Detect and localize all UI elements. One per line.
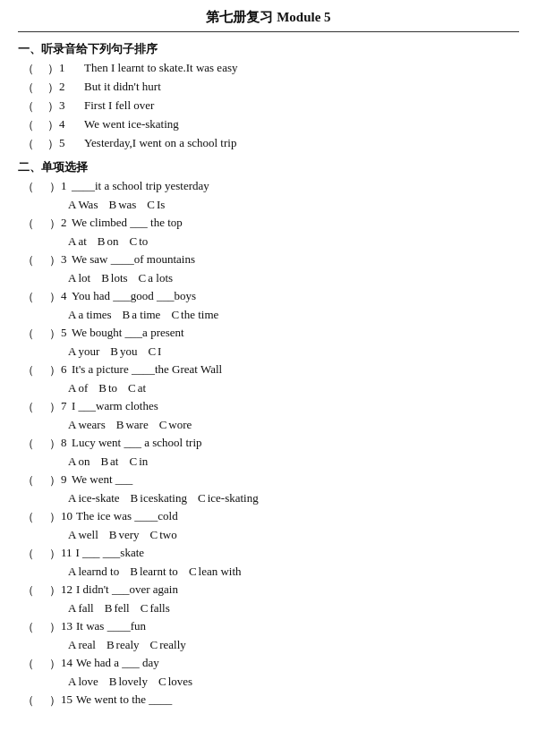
answer-blank [34, 436, 48, 450]
options-row: A wearsB wareC wore [68, 418, 519, 432]
option-value: Was [78, 198, 98, 212]
option-letter: B [131, 491, 139, 505]
option-letter: B [130, 565, 138, 579]
option-item: B was [108, 198, 136, 212]
q-text: It was ____fun [76, 619, 519, 633]
option-letter: C [150, 638, 158, 652]
q-number: 10 [61, 509, 72, 523]
option-value: at [78, 234, 86, 249]
option-letter: C [129, 454, 137, 469]
listening-question-row: （ ） 3 First I fell over [18, 98, 519, 115]
paren: （ [21, 117, 34, 133]
option-value: I [158, 344, 161, 359]
paren-open: （ [21, 619, 34, 635]
paren: （ [21, 98, 34, 115]
listening-question-row: （ ） 1 Then I learnt to skate.It was easy [18, 61, 519, 77]
option-item: C two [150, 528, 177, 542]
option-letter: A [68, 638, 76, 652]
option-letter: B [109, 528, 117, 542]
q-text: The ice was ____cold [76, 509, 519, 523]
option-item: A your [68, 344, 99, 359]
option-value: wears [78, 418, 105, 432]
option-item: B on [98, 234, 119, 249]
multiple-choice-row: （ ） 14 We had a ___ day [18, 656, 519, 672]
paren-close: ） [47, 61, 59, 77]
paren-close: ） [48, 436, 61, 452]
option-item: A ice-skate [68, 491, 120, 505]
option-item: B realy [107, 638, 140, 652]
option-letter: B [105, 601, 113, 616]
option-item: B a time [123, 308, 161, 322]
option-letter: A [68, 418, 76, 432]
option-item: B lots [101, 271, 127, 285]
blank [34, 98, 47, 113]
paren-close: ） [48, 179, 61, 195]
paren: （ [21, 61, 34, 77]
paren-open: （ [21, 216, 34, 232]
multiple-choice-row: （ ） 3 We saw ____of mountains [18, 252, 519, 268]
q-text: Yesterday,I went on a school trip [84, 136, 519, 150]
q-text: We went to the ____ [76, 692, 519, 707]
paren-close: ） [47, 98, 59, 115]
option-item: B very [109, 528, 140, 542]
q-text: We had a ___ day [76, 656, 519, 670]
options-row: A realB realyC really [68, 638, 519, 652]
multiple-choice-row: （ ） 10 The ice was ____cold [18, 509, 519, 525]
option-letter: C [158, 675, 166, 689]
option-letter: C [189, 565, 197, 579]
q-text: Then I learnt to skate.It was easy [84, 61, 519, 75]
options-row: A onB atC in [68, 454, 519, 469]
option-item: B at [100, 454, 118, 469]
blank [34, 61, 47, 75]
option-letter: B [101, 271, 109, 285]
multiple-choice-row: （ ） 12 I didn't ___over again [18, 582, 519, 599]
section1-list: （ ） 1 Then I learnt to skate.It was easy… [18, 61, 519, 152]
option-value: learnd to [78, 565, 119, 579]
q-number: 1 [59, 61, 84, 75]
paren-open: （ [21, 362, 34, 378]
paren-close: ） [48, 692, 61, 709]
option-item: C wore [159, 418, 192, 432]
option-item: A fall [68, 601, 94, 616]
option-letter: A [68, 528, 76, 542]
option-value: well [78, 528, 98, 542]
option-value: a time [132, 308, 160, 322]
q-number: 3 [61, 252, 68, 267]
option-item: A lot [68, 271, 90, 285]
option-item: A love [68, 675, 98, 689]
answer-blank [34, 472, 48, 487]
q-number: 6 [61, 362, 68, 377]
paren-close: ） [48, 619, 61, 635]
q-number: 2 [61, 216, 68, 230]
option-letter: B [110, 344, 118, 359]
option-item: A of [68, 381, 88, 395]
answer-blank [34, 179, 48, 193]
option-letter: B [123, 308, 131, 322]
option-item: A on [68, 454, 90, 469]
options-row: A ofB toC at [68, 381, 519, 395]
option-value: falls [149, 601, 169, 616]
q-number: 13 [61, 619, 72, 633]
option-letter: C [198, 491, 206, 505]
answer-blank [34, 546, 48, 560]
paren-open: （ [21, 656, 34, 672]
option-item: C Is [147, 198, 165, 212]
options-row: A yourB youC I [68, 344, 519, 359]
option-value: a times [78, 308, 111, 322]
paren-open: （ [21, 326, 34, 342]
blank [34, 117, 47, 132]
option-value: lovely [118, 675, 148, 689]
option-value: the time [181, 308, 218, 322]
options-row: A atB onC to [68, 234, 519, 249]
option-item: B learnt to [130, 565, 178, 579]
listening-question-row: （ ） 5 Yesterday,I went on a school trip [18, 136, 519, 152]
answer-blank [34, 252, 48, 267]
option-value: very [118, 528, 139, 542]
paren-close: ） [48, 326, 61, 342]
option-letter: C [129, 234, 137, 249]
q-number: 2 [59, 80, 84, 94]
option-letter: A [68, 344, 76, 359]
option-item: C to [129, 234, 148, 249]
option-value: Is [157, 198, 165, 212]
q-text: First I fell over [84, 98, 519, 113]
